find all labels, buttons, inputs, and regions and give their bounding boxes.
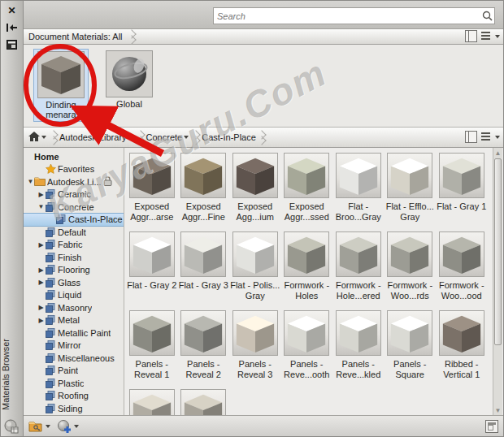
material-name: Panels - Reveal 1 bbox=[126, 359, 178, 380]
material-tile-exposed-aggr-fine[interactable]: Exposed Aggr...Fine bbox=[178, 151, 230, 230]
chevron-separator bbox=[258, 131, 266, 145]
material-tile-formwork-woo-ood[interactable]: Formwork - Woo...ood bbox=[436, 230, 488, 309]
expand-arrow-icon[interactable]: ▶ bbox=[37, 304, 45, 311]
material-tile-formwork-woo-rds[interactable]: Formwork - Woo...rds bbox=[385, 230, 437, 309]
tree-item-metallic-paint[interactable]: Metallic Paint bbox=[24, 327, 124, 340]
tree-item-label: Plastic bbox=[58, 379, 84, 388]
search-icon[interactable] bbox=[480, 11, 494, 21]
material-tile-flat-polis-gray[interactable]: Flat - Polis... Gray bbox=[229, 230, 281, 309]
material-name: Flat - Broo...Gray bbox=[332, 201, 385, 223]
properties-icon[interactable] bbox=[4, 37, 20, 52]
material-tile-panels-square[interactable]: Panels - Square bbox=[385, 309, 437, 387]
tree-item-concrete[interactable]: ▼ Concrete bbox=[24, 201, 124, 214]
close-icon[interactable]: ✕ bbox=[4, 3, 20, 18]
tree-item-home[interactable]: Home bbox=[24, 150, 124, 163]
material-thumbnail bbox=[387, 310, 432, 356]
material-tile-formwork-holes[interactable]: Formwork - Holes bbox=[281, 230, 333, 309]
material-tile-flat-gray-3[interactable]: Flat - Gray 3 bbox=[178, 230, 230, 309]
library-view-type-button[interactable] bbox=[465, 131, 477, 143]
doc-sort-menu-button[interactable] bbox=[481, 30, 500, 42]
material-tile-exposed-aggr-arse[interactable]: Exposed Aggr...arse bbox=[126, 151, 178, 230]
scroll-up-icon[interactable]: ▲ bbox=[493, 148, 502, 158]
breadcrumb-item-library[interactable]: Autodesk Library bbox=[59, 132, 127, 142]
scroll-down-icon[interactable]: ▼ bbox=[493, 405, 502, 415]
tree-item-label: Cast-In-Place bbox=[68, 214, 123, 224]
tree-item-miscellaneous[interactable]: Miscellaneous bbox=[24, 352, 124, 365]
material-tile-panels-reve-kled[interactable]: Panels - Reve...kled bbox=[332, 309, 385, 387]
breadcrumb-item-subcategory[interactable]: Cast-In-Place bbox=[202, 132, 256, 142]
create-material-button[interactable] bbox=[57, 419, 79, 434]
material-name: Exposed Aggr...Fine bbox=[178, 201, 230, 223]
doc-view-type-button[interactable] bbox=[465, 30, 477, 42]
material-tile-exposed-aggr-ssed[interactable]: Exposed Aggr...ssed bbox=[281, 151, 333, 230]
home-icon[interactable] bbox=[28, 132, 40, 144]
material-name: Formwork - Woo...ood bbox=[436, 280, 488, 301]
material-tile-flat-efflo-gray[interactable]: Flat - Efflo... Gray bbox=[385, 151, 437, 230]
tree-item-icon bbox=[45, 404, 56, 413]
category-dropdown-icon[interactable] bbox=[184, 136, 189, 139]
material-tile-panels-reve-ooth[interactable]: Panels - Reve...ooth bbox=[281, 309, 333, 387]
expand-arrow-icon[interactable]: ▼ bbox=[37, 203, 45, 210]
material-editor-toggle-button[interactable] bbox=[485, 420, 498, 433]
material-tile-panels-reveal-1[interactable]: Panels - Reveal 1 bbox=[126, 309, 178, 387]
material-tile-flat-broo-gray[interactable]: Flat - Broo...Gray bbox=[332, 151, 385, 230]
material-tile[interactable] bbox=[178, 387, 230, 415]
material-tile-ribbed-vertical-1[interactable]: Ribbed - Vertical 1 bbox=[436, 309, 488, 387]
tree-item-icon bbox=[45, 328, 56, 338]
tree-item-finish[interactable]: Finish bbox=[24, 251, 124, 264]
material-thumbnail bbox=[284, 153, 329, 198]
palette-title-bar: ✕ Materials Browser bbox=[1, 1, 24, 437]
tree-item-autodesk-li[interactable]: ▼ Autodesk Li... bbox=[24, 175, 124, 188]
tree-item-plastic[interactable]: Plastic bbox=[24, 377, 124, 390]
expand-arrow-icon[interactable]: ▶ bbox=[37, 279, 45, 286]
swatch-options-icon[interactable] bbox=[3, 418, 20, 436]
material-name: Global bbox=[102, 99, 156, 109]
material-tile-flat-gray-1[interactable]: Flat - Gray 1 bbox=[436, 151, 488, 230]
material-tile-panels-reveal-2[interactable]: Panels - Reveal 2 bbox=[178, 309, 230, 387]
materials-grid-wrap: Exposed Aggr...arse Exposed Aggr...Fine … bbox=[124, 148, 503, 415]
material-tile-panels-reveal-3[interactable]: Panels - Reveal 3 bbox=[229, 309, 281, 387]
tree-item-liquid[interactable]: Liquid bbox=[24, 289, 124, 302]
tree-item-siding[interactable]: Siding bbox=[24, 402, 124, 415]
tree-item-cast-in-place[interactable]: Cast-In-Place bbox=[24, 214, 124, 227]
expand-arrow-icon[interactable]: ▶ bbox=[37, 191, 45, 198]
material-tile-exposed-agg-ium[interactable]: Exposed Agg...ium bbox=[229, 151, 281, 230]
tree-item-fabric[interactable]: ▶ Fabric bbox=[24, 239, 124, 252]
library-dropdown-icon[interactable] bbox=[128, 136, 133, 139]
expand-arrow-icon[interactable]: ▼ bbox=[27, 178, 34, 185]
tree-item-paint[interactable]: Paint bbox=[24, 365, 124, 378]
tree-item-default[interactable]: Default bbox=[24, 226, 124, 239]
library-sort-menu-button[interactable] bbox=[481, 131, 500, 143]
manage-library-button[interactable] bbox=[28, 420, 50, 433]
scrollbar-thumb[interactable] bbox=[494, 158, 502, 345]
tree-item-label: Flooring bbox=[58, 265, 90, 275]
autohide-icon[interactable] bbox=[4, 20, 20, 35]
material-name: Exposed Aggr...ssed bbox=[281, 201, 333, 223]
expand-arrow-icon[interactable]: ▶ bbox=[37, 266, 45, 274]
tree-item-glass[interactable]: ▶ Glass bbox=[24, 276, 124, 289]
tree-item-flooring[interactable]: ▶ Flooring bbox=[24, 264, 124, 277]
material-tile-flat-gray-2[interactable]: Flat - Gray 2 bbox=[126, 230, 178, 309]
tree-item-masonry[interactable]: ▶ Masonry bbox=[24, 301, 124, 314]
search-box[interactable] bbox=[213, 7, 495, 24]
tree-item-favorites[interactable]: Favorites bbox=[24, 163, 124, 176]
material-name: Panels - Reve...ooth bbox=[281, 359, 333, 380]
breadcrumb-item-category[interactable]: Concrete bbox=[146, 132, 183, 142]
material-thumbnail bbox=[232, 231, 278, 277]
material-tile-dinding-menara[interactable]: Dinding menara bbox=[33, 49, 89, 122]
grid-scrollbar[interactable]: ▲ ▼ bbox=[493, 148, 502, 415]
expand-arrow-icon[interactable]: ▶ bbox=[37, 317, 45, 324]
tree-item-label: Masonry bbox=[58, 303, 92, 313]
breadcrumb: Autodesk Library Concrete Cast-In-Place bbox=[28, 131, 267, 145]
home-dropdown-icon[interactable] bbox=[41, 136, 46, 139]
expand-arrow-icon[interactable]: ▶ bbox=[37, 241, 45, 249]
tree-item-metal[interactable]: ▶ Metal bbox=[24, 314, 124, 327]
tree-item-label: Autodesk Li... bbox=[47, 177, 102, 187]
material-tile-formwork-hole-ered[interactable]: Formwork - Hole...ered bbox=[332, 230, 385, 309]
tree-item-ceramic[interactable]: ▶ Ceramic bbox=[24, 188, 124, 201]
material-tile[interactable] bbox=[126, 387, 178, 415]
tree-item-roofing[interactable]: Roofing bbox=[24, 390, 124, 403]
search-input[interactable] bbox=[214, 11, 480, 21]
tree-item-mirror[interactable]: Mirror bbox=[24, 340, 124, 353]
material-tile-global[interactable]: Global bbox=[102, 49, 157, 110]
